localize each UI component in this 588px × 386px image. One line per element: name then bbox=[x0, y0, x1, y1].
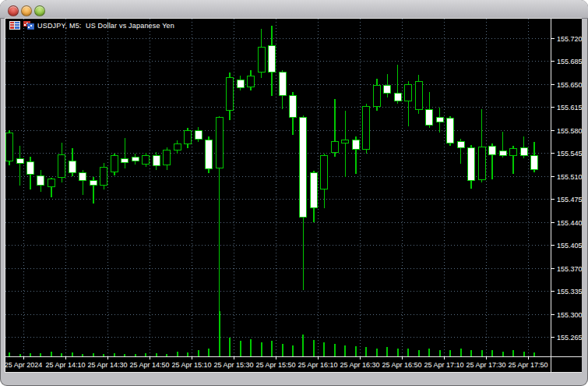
volume-bar bbox=[397, 349, 399, 356]
volume-bar bbox=[30, 353, 31, 356]
volume-bar bbox=[51, 352, 52, 356]
candle-body bbox=[468, 148, 475, 181]
price-axis-label: 155.580 bbox=[557, 127, 582, 135]
volume-bar bbox=[512, 350, 514, 356]
candle-body bbox=[269, 45, 276, 72]
time-axis-label: 25 Apr 2024 bbox=[5, 361, 42, 369]
candle bbox=[153, 152, 160, 170]
volume-bar bbox=[302, 335, 304, 356]
candlestick-chart[interactable]: 155.720155.685155.650155.615155.580155.5… bbox=[5, 19, 582, 372]
candle-body bbox=[248, 76, 255, 87]
candle bbox=[69, 148, 76, 176]
candle bbox=[510, 146, 517, 173]
candle-body bbox=[489, 146, 496, 154]
candle bbox=[37, 170, 44, 192]
volume-bar bbox=[334, 344, 336, 356]
volume-bar bbox=[481, 350, 483, 356]
candle bbox=[269, 26, 276, 96]
traffic-lights bbox=[8, 5, 45, 16]
candle bbox=[216, 116, 223, 336]
candle bbox=[373, 79, 380, 110]
volume-bar bbox=[439, 350, 441, 356]
volume-bar bbox=[240, 341, 241, 356]
volume-bar bbox=[502, 352, 504, 356]
candle bbox=[447, 116, 454, 147]
candle-body bbox=[300, 117, 307, 217]
candle bbox=[415, 75, 422, 114]
price-axis-label: 155.510 bbox=[557, 173, 582, 181]
candle-body bbox=[436, 117, 443, 122]
candle-body bbox=[48, 179, 55, 186]
candle-body bbox=[90, 181, 97, 186]
chart-canvas[interactable]: USDJPY, M5: US Dollar vs Japanese Yen 15… bbox=[5, 18, 582, 373]
candle-body bbox=[121, 158, 129, 162]
candles bbox=[6, 26, 538, 335]
volume-bar bbox=[491, 350, 493, 356]
time-axis-label: 25 Apr 16:10 bbox=[298, 361, 337, 369]
price-axis-label: 155.545 bbox=[557, 150, 582, 158]
candle-body bbox=[331, 141, 338, 152]
time-axis-label: 25 Apr 17:50 bbox=[508, 361, 548, 369]
candle bbox=[6, 130, 13, 165]
candle-body bbox=[185, 131, 192, 144]
price-axis-label: 155.615 bbox=[557, 104, 582, 112]
price-axis[interactable]: 155.720155.685155.650155.615155.580155.5… bbox=[551, 35, 582, 342]
time-axis-label: 25 Apr 15:30 bbox=[213, 361, 253, 369]
candle bbox=[174, 140, 181, 154]
chart-header: USDJPY, M5: US Dollar vs Japanese Yen bbox=[9, 21, 174, 30]
volume-bar bbox=[323, 342, 325, 356]
volume-bar bbox=[386, 347, 388, 356]
candle bbox=[300, 115, 307, 290]
candle-body bbox=[143, 156, 150, 164]
price-axis-label: 155.720 bbox=[557, 35, 582, 43]
candle-body bbox=[342, 140, 349, 143]
candle-body bbox=[384, 86, 391, 94]
volume-bar bbox=[40, 353, 41, 356]
chart-title: USDJPY, M5: US Dollar vs Japanese Yen bbox=[37, 22, 174, 30]
candle-body bbox=[16, 158, 23, 163]
volume-bar bbox=[470, 350, 472, 356]
candle bbox=[195, 127, 202, 142]
candle-body bbox=[132, 158, 139, 161]
candle bbox=[227, 73, 234, 121]
candle bbox=[100, 163, 107, 189]
zoom-button[interactable] bbox=[34, 5, 45, 16]
candle-body bbox=[6, 133, 13, 161]
candle-body bbox=[499, 151, 506, 155]
time-axis[interactable]: 25 Apr 202425 Apr 14:1025 Apr 14:3025 Ap… bbox=[5, 356, 548, 369]
candle-body bbox=[457, 141, 464, 147]
volume-bar bbox=[271, 341, 273, 356]
candle-body bbox=[27, 162, 34, 175]
candle-body bbox=[37, 175, 44, 185]
candle bbox=[27, 157, 34, 189]
grid bbox=[5, 19, 551, 356]
volume-bar bbox=[428, 349, 430, 356]
candle-body bbox=[237, 80, 244, 87]
candle-body bbox=[100, 167, 107, 186]
volume-bars bbox=[9, 311, 535, 356]
volume-bar bbox=[198, 350, 199, 356]
time-axis-label: 25 Apr 17:30 bbox=[466, 361, 505, 369]
candle bbox=[258, 29, 265, 77]
candle-body bbox=[310, 173, 317, 208]
quotes-grid-icon bbox=[9, 21, 20, 30]
volume-bar bbox=[355, 346, 357, 356]
candle-body bbox=[206, 140, 213, 169]
candle bbox=[352, 136, 359, 173]
candle-body bbox=[447, 119, 454, 143]
candle-body bbox=[321, 156, 328, 189]
candle bbox=[143, 153, 150, 168]
candle bbox=[164, 147, 171, 171]
time-axis-label: 25 Apr 14:50 bbox=[129, 361, 169, 369]
candle-body bbox=[164, 150, 171, 165]
candle bbox=[279, 70, 286, 110]
time-axis-label: 25 Apr 15:50 bbox=[255, 361, 295, 369]
minimize-button[interactable] bbox=[21, 5, 32, 16]
price-axis-label: 155.335 bbox=[557, 288, 582, 296]
volume-bar bbox=[418, 350, 420, 356]
candle bbox=[499, 132, 506, 158]
window-titlebar[interactable] bbox=[0, 0, 588, 19]
chart-window: USDJPY, M5: US Dollar vs Japanese Yen 15… bbox=[0, 0, 588, 386]
candle-body bbox=[405, 84, 412, 101]
close-button[interactable] bbox=[8, 5, 19, 16]
